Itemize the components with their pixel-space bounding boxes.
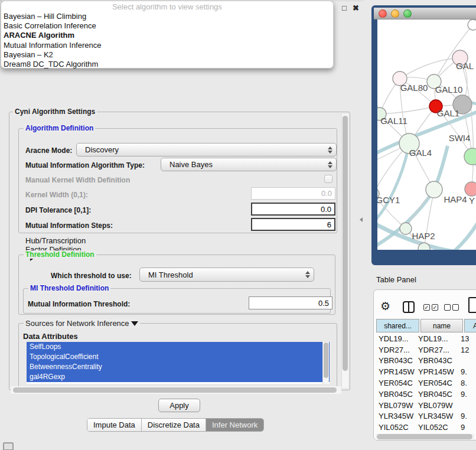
network-edge-thick (377, 144, 409, 223)
checked-checkbox-icon[interactable]: ✓ (423, 304, 430, 311)
algorithm-option[interactable]: Bayesian – K2 (1, 50, 333, 60)
cell-name: YDL19... (418, 334, 461, 343)
algorithm-option-selected[interactable]: ARACNE Algorithm (1, 31, 333, 40)
cell-shared: YBR045C (374, 390, 418, 399)
dpi-tolerance-field[interactable]: 0.0 (251, 203, 335, 216)
algorithm-option[interactable]: Dream8 DC_TDC Algorithm (1, 60, 333, 69)
document-icon[interactable] (468, 297, 476, 313)
column-header-name[interactable]: name (420, 319, 463, 332)
table-row[interactable]: YBR045CYBR045C9. (374, 389, 476, 400)
settings-hscrollbar-thumb[interactable] (13, 387, 337, 393)
attribute-item-selected[interactable]: TopologicalCoefficient (27, 352, 330, 362)
bottom-tabbar: Impute Data Discretize Data Infer Networ… (87, 418, 264, 432)
tab-discretize-data[interactable]: Discretize Data (141, 419, 206, 431)
column-header-shared[interactable]: shared... (376, 319, 419, 332)
table-row[interactable]: YER054CYER054C8. (374, 377, 476, 389)
cell-name: YBR045C (418, 390, 461, 399)
cell-shared: YER054C (374, 379, 418, 387)
columns-icon[interactable] (403, 301, 415, 313)
network-node-swi4[interactable] (464, 148, 476, 165)
table-row[interactable]: YDR27...YDR27...12 (374, 344, 476, 356)
table-rows[interactable]: YDL19...YDL19...13 YDR27...YDR27...12 YB… (374, 333, 476, 433)
node-label: GAL4 (409, 148, 432, 158)
data-attributes-list[interactable]: SelfLoops TopologicalCoefficient Between… (27, 342, 330, 384)
expander-expanded-icon[interactable] (131, 321, 138, 326)
node-label: Y (469, 195, 475, 206)
attribute-item-selected[interactable]: SelfLoops (27, 342, 330, 352)
network-view-titlebar[interactable] (374, 8, 476, 19)
attribute-item-selected[interactable]: gal4RGexp (27, 372, 330, 382)
corner-widget-icon[interactable] (3, 442, 14, 450)
settings-scrollbar-thumb[interactable] (343, 116, 348, 371)
which-threshold-combobox[interactable]: MI Threshold (139, 268, 314, 282)
network-canvas[interactable]: GAL GAL80 GAL10 GAL1 GAL11 SWI4 GAL4 GCY… (377, 19, 476, 250)
table-horizontal-scrollbar[interactable] (376, 433, 475, 440)
attributes-scrollbar-thumb[interactable] (324, 343, 328, 378)
popup-prompt: Select algorithm to view settings (1, 2, 333, 12)
table-row[interactable]: YLR345WYLR345W9. (374, 411, 476, 422)
table-row[interactable]: YIL052CYIL052C9 (374, 422, 476, 433)
column-header-partial[interactable]: A (464, 319, 476, 332)
tab-label: Discretize Data (148, 420, 200, 429)
attributes-list-scrollbar[interactable] (322, 342, 329, 384)
cell-shared: YPR145W (374, 367, 418, 376)
tab-impute-data[interactable]: Impute Data (87, 419, 141, 431)
close-traffic-light[interactable] (379, 9, 387, 18)
table-panel-title: Table Panel (376, 275, 416, 284)
table-row[interactable]: YBR043CYBR043C (374, 356, 476, 367)
cell-name: YBR043C (418, 356, 461, 365)
tab-label: Infer Network (212, 420, 257, 429)
kernel-width-field[interactable]: 0.0 (251, 187, 335, 200)
node-label: GAL (456, 61, 474, 71)
checked-checkbox-icon[interactable]: ✓ (432, 304, 438, 311)
table-row[interactable]: YBL079WYBL079W (374, 400, 476, 411)
float-icon[interactable]: □ (342, 4, 347, 12)
network-node-hap2[interactable] (400, 223, 412, 234)
settings-horizontal-scrollbar[interactable] (11, 386, 341, 394)
cell-shared: YIL052C (374, 423, 418, 432)
manual-kernel-label: Manual Kernel Width Definition (25, 176, 130, 184)
manual-kernel-checkbox[interactable] (324, 175, 332, 183)
threshold-definition-title: Threshold Definition (24, 250, 96, 259)
mi-algorithm-type-combobox[interactable]: Naive Bayes (161, 158, 337, 171)
cell-name: YLR345W (418, 412, 461, 420)
aracne-mode-combobox[interactable]: Discovery (76, 143, 337, 156)
mi-algorithm-type-value: Naive Bayes (169, 160, 213, 169)
cell-name: YER054C (418, 379, 461, 387)
network-node-toparc[interactable] (468, 19, 476, 30)
mi-steps-field[interactable]: 6 (251, 218, 335, 231)
splitter-toggle-icon[interactable] (360, 217, 363, 222)
table-row[interactable]: YPR145WYPR145W9. (374, 366, 476, 377)
node-label: GCY1 (377, 195, 400, 205)
mi-threshold-field[interactable]: 0.5 (249, 296, 332, 309)
node-label: GAL1 (437, 108, 459, 118)
apply-button[interactable]: Apply (158, 399, 200, 412)
dpi-tolerance-value: 0.0 (321, 205, 331, 214)
table-row[interactable]: YDL19...YDL19...13 (374, 333, 476, 344)
attribute-item-selected[interactable]: BetweennessCentrality (27, 362, 330, 372)
settings-vertical-scrollbar[interactable] (341, 114, 348, 388)
data-attributes-label: Data Attributes (23, 332, 78, 341)
cell-value: 9. (461, 390, 476, 399)
aracne-mode-label: Aracne Mode: (25, 146, 72, 155)
algorithm-option[interactable]: Bayesian – Hill Climbing (1, 12, 333, 21)
cell-value: 9 (461, 423, 476, 432)
mi-algorithm-type-label: Mutual Information Algorithm Type: (25, 161, 145, 169)
unchecked-checkbox-icon[interactable] (452, 304, 459, 311)
network-node-hap4[interactable] (426, 181, 442, 198)
column-header-label: shared... (384, 322, 412, 330)
gear-icon[interactable]: ⚙ (380, 299, 390, 313)
cell-value: 9. (461, 367, 476, 376)
table-hscrollbar-thumb[interactable] (377, 434, 472, 439)
sources-title-wrap[interactable]: Sources for Network Inference (24, 319, 140, 328)
cell-name: YBL079W (418, 401, 461, 410)
node-label: HAP2 (412, 231, 435, 241)
zoom-traffic-light[interactable] (403, 9, 412, 18)
minimize-traffic-light[interactable] (391, 9, 399, 18)
close-icon[interactable]: ✖ (353, 4, 359, 12)
unchecked-checkbox-icon[interactable] (444, 304, 451, 311)
algorithm-option[interactable]: Mutual Information Inference (1, 41, 333, 50)
tab-infer-network[interactable]: Infer Network (206, 419, 263, 431)
kernel-width-value: 0.0 (321, 189, 332, 198)
algorithm-option[interactable]: Basic Correlation Inference (1, 21, 333, 31)
